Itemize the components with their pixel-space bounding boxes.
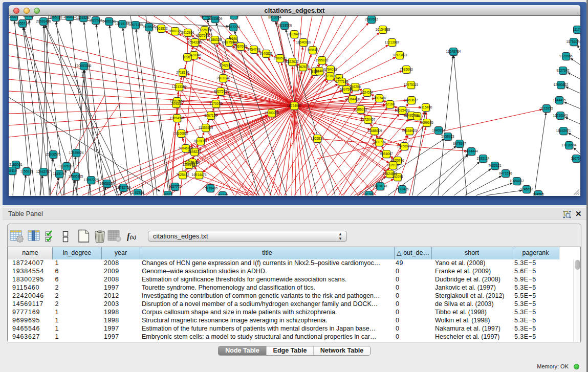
svg-text:1145194: 1145194 bbox=[53, 172, 66, 176]
svg-text:8454749: 8454749 bbox=[247, 48, 260, 51]
svg-text:1588520: 1588520 bbox=[273, 56, 287, 60]
svg-text:9657771: 9657771 bbox=[168, 185, 182, 188]
svg-text:16648784: 16648784 bbox=[446, 50, 461, 53]
svg-text:8471676: 8471676 bbox=[499, 171, 512, 175]
svg-text:924565: 924565 bbox=[533, 192, 544, 195]
svg-text:9699695: 9699695 bbox=[420, 121, 433, 124]
svg-text:19218506: 19218506 bbox=[277, 24, 292, 27]
svg-text:7663822: 7663822 bbox=[155, 27, 168, 30]
svg-text:1527602: 1527602 bbox=[89, 18, 102, 22]
svg-text:9660124: 9660124 bbox=[168, 29, 182, 33]
svg-text:6120746: 6120746 bbox=[391, 159, 404, 162]
svg-text:1209948: 1209948 bbox=[182, 163, 195, 166]
svg-text:17957225: 17957225 bbox=[84, 178, 99, 182]
svg-text:12942757: 12942757 bbox=[36, 170, 51, 173]
svg-text:944: 944 bbox=[415, 114, 420, 118]
svg-text:2803144: 2803144 bbox=[216, 76, 230, 80]
svg-text:8678352: 8678352 bbox=[194, 139, 207, 143]
svg-text:9227342: 9227342 bbox=[556, 69, 570, 72]
svg-text:209114: 209114 bbox=[23, 16, 34, 17]
svg-text:1156819: 1156819 bbox=[20, 169, 33, 173]
svg-text:96577: 96577 bbox=[163, 193, 172, 195]
svg-text:1065328: 1065328 bbox=[49, 16, 62, 19]
svg-text:1955814: 1955814 bbox=[311, 137, 324, 140]
svg-text:10973493: 10973493 bbox=[393, 53, 407, 57]
svg-text:7386322: 7386322 bbox=[354, 107, 367, 111]
svg-text:9242848: 9242848 bbox=[219, 63, 232, 67]
svg-text:15692971: 15692971 bbox=[556, 129, 571, 133]
svg-text:12213389: 12213389 bbox=[172, 85, 187, 89]
svg-text:4055714: 4055714 bbox=[16, 21, 29, 25]
svg-text:16033809: 16033809 bbox=[208, 17, 223, 20]
svg-text:141361: 141361 bbox=[363, 193, 375, 195]
svg-text:3453: 3453 bbox=[335, 76, 343, 80]
svg-text:11353594: 11353594 bbox=[199, 126, 213, 129]
svg-text:10958107: 10958107 bbox=[100, 182, 115, 185]
svg-text:20931: 20931 bbox=[171, 102, 181, 105]
svg-text:8427552: 8427552 bbox=[214, 90, 227, 93]
svg-text:9327508: 9327508 bbox=[223, 40, 236, 44]
svg-text:2718176: 2718176 bbox=[176, 71, 189, 74]
svg-text:7625402: 7625402 bbox=[176, 173, 189, 177]
svg-text:15716485: 15716485 bbox=[203, 186, 218, 190]
svg-text:12505135: 12505135 bbox=[69, 174, 83, 178]
svg-text:7357224: 7357224 bbox=[227, 25, 240, 29]
svg-text:16782759: 16782759 bbox=[116, 186, 131, 189]
svg-text:17016504: 17016504 bbox=[562, 143, 577, 147]
svg-text:8267150: 8267150 bbox=[204, 114, 217, 117]
svg-text:1546: 1546 bbox=[230, 37, 237, 40]
svg-text:62160: 62160 bbox=[385, 102, 395, 106]
svg-text:11170: 11170 bbox=[573, 28, 580, 31]
svg-text:12093822: 12093822 bbox=[554, 83, 569, 86]
svg-text:1615132: 1615132 bbox=[386, 163, 400, 167]
svg-text:98961: 98961 bbox=[183, 55, 192, 59]
svg-text:2185061: 2185061 bbox=[9, 163, 23, 166]
svg-text:7485063: 7485063 bbox=[400, 68, 413, 71]
svg-text:10025433: 10025433 bbox=[395, 108, 410, 112]
svg-text:14136141: 14136141 bbox=[373, 184, 388, 188]
svg-text:1640954: 1640954 bbox=[432, 128, 445, 132]
svg-text:13226058: 13226058 bbox=[198, 28, 212, 32]
svg-text:10756928: 10756928 bbox=[397, 144, 412, 148]
svg-text:11325419: 11325419 bbox=[287, 32, 302, 36]
svg-text:16543382: 16543382 bbox=[188, 40, 203, 44]
svg-text:1955812: 1955812 bbox=[315, 58, 329, 62]
svg-text:10654112: 10654112 bbox=[510, 179, 525, 183]
svg-text:17975115: 17975115 bbox=[404, 83, 419, 86]
svg-text:8912954: 8912954 bbox=[181, 31, 194, 34]
svg-text:8186328: 8186328 bbox=[208, 38, 222, 41]
svg-text:20691406: 20691406 bbox=[36, 19, 51, 23]
svg-text:2087682: 2087682 bbox=[365, 17, 378, 21]
svg-text:15751074: 15751074 bbox=[567, 40, 580, 43]
svg-text:169617: 169617 bbox=[307, 48, 318, 52]
svg-text:9084067: 9084067 bbox=[380, 152, 393, 156]
svg-text:9777169: 9777169 bbox=[335, 80, 349, 83]
svg-text:10719155: 10719155 bbox=[115, 22, 130, 26]
svg-text:20557: 20557 bbox=[9, 16, 18, 18]
svg-text:1880724: 1880724 bbox=[373, 140, 386, 144]
svg-text:16210643: 16210643 bbox=[553, 114, 568, 117]
svg-text:16671355: 16671355 bbox=[128, 23, 143, 27]
svg-text:1362615: 1362615 bbox=[296, 65, 310, 69]
svg-text:1170055: 1170055 bbox=[210, 102, 223, 105]
svg-text:20364436: 20364436 bbox=[345, 97, 360, 101]
svg-text:1244415: 1244415 bbox=[553, 98, 566, 102]
svg-text:9474444: 9474444 bbox=[465, 149, 478, 153]
svg-text:18640910: 18640910 bbox=[296, 40, 311, 44]
svg-text:6679197: 6679197 bbox=[453, 142, 466, 145]
svg-text:3624554: 3624554 bbox=[360, 91, 374, 94]
svg-text:18300295: 18300295 bbox=[265, 111, 279, 115]
svg-text:8813054: 8813054 bbox=[268, 16, 281, 19]
svg-text:20053346: 20053346 bbox=[77, 64, 92, 68]
svg-text:9115460: 9115460 bbox=[420, 105, 432, 109]
svg-text:12213987: 12213987 bbox=[385, 40, 400, 44]
svg-text:19654923: 19654923 bbox=[402, 129, 417, 133]
svg-text:18724007: 18724007 bbox=[287, 104, 302, 107]
svg-text:7632621: 7632621 bbox=[488, 164, 502, 167]
svg-text:6794028: 6794028 bbox=[324, 68, 337, 71]
svg-text:116753: 116753 bbox=[571, 157, 580, 160]
svg-text:3215955: 3215955 bbox=[540, 106, 553, 110]
svg-text:1733426: 1733426 bbox=[396, 187, 409, 191]
svg-text:10688609: 10688609 bbox=[367, 129, 382, 133]
svg-text:19654945: 19654945 bbox=[170, 116, 185, 120]
